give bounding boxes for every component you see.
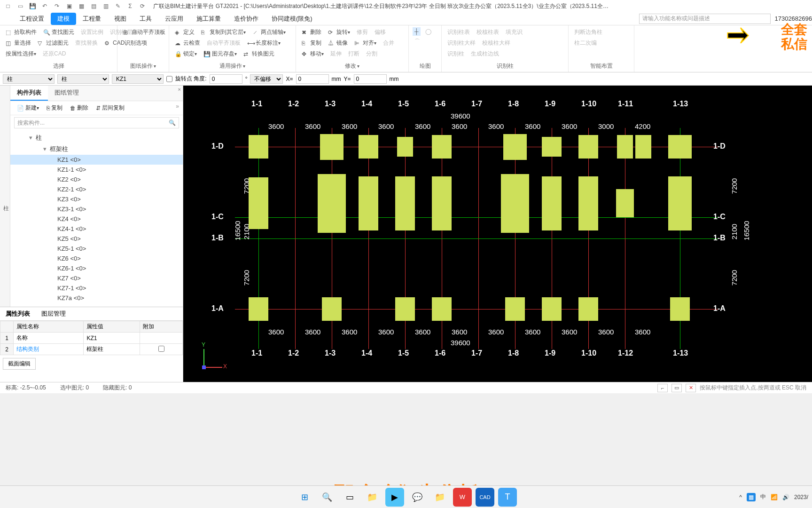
undo-icon[interactable]: ↶ (40, 2, 49, 10)
floor-copy-button[interactable]: ⇵层间复制 (93, 103, 127, 113)
column-element[interactable] (249, 177, 268, 229)
redo-icon[interactable]: ↷ (53, 2, 61, 10)
tree-item[interactable]: KZ7 <0> (10, 273, 183, 283)
column-element[interactable] (635, 135, 651, 159)
function-search-input[interactable]: 请输入功能名称或问题描述 (639, 14, 771, 24)
save-icon[interactable]: 💾 (28, 2, 37, 10)
column-element[interactable] (542, 297, 562, 321)
rotate[interactable]: ⟳旋转 (326, 27, 352, 37)
column-element[interactable] (578, 297, 598, 321)
select-by-property[interactable]: 按属性选择 (4, 49, 38, 59)
tree-item[interactable]: KZ1 <0> (10, 155, 183, 165)
column-element[interactable] (616, 189, 634, 217)
mirror[interactable]: ⏃镜像 (326, 38, 350, 48)
align[interactable]: ⊫对齐 (352, 38, 378, 48)
copy-to-layer[interactable]: ⎘复制到其它层 (199, 27, 248, 37)
tree-item[interactable]: KZ1-1 <0> (10, 165, 183, 175)
tree-root[interactable]: ▾柱 (10, 132, 183, 143)
length-dim[interactable]: ⟷长度标注 (245, 38, 282, 48)
column-element[interactable] (397, 137, 413, 157)
layout2-icon[interactable]: ▦ (77, 2, 86, 10)
column-element[interactable] (668, 135, 692, 159)
tree-item[interactable]: KZ3-1 <0> (10, 204, 183, 214)
menu-view[interactable]: 视图 (108, 13, 133, 25)
component-search-input[interactable]: 搜索构件... 🔍 (14, 117, 179, 128)
column-element[interactable] (670, 297, 690, 321)
view-close-button[interactable]: ✕ (686, 384, 696, 392)
tree-item[interactable]: KZ2-1 <0> (10, 184, 183, 194)
column-element[interactable] (432, 135, 452, 159)
rotation-checkbox[interactable] (166, 74, 172, 84)
column-element[interactable] (249, 297, 268, 321)
column-element[interactable] (395, 297, 415, 321)
column-element[interactable] (503, 134, 527, 160)
tree-item[interactable]: KZ4-1 <0> (10, 224, 183, 234)
batch-select[interactable]: ◫量选择 (4, 38, 33, 48)
two-point-axis[interactable]: ⟋两点辅轴 (250, 27, 288, 37)
draw-point[interactable]: ┼ (413, 27, 421, 36)
rotation-input[interactable] (210, 74, 242, 84)
menu-quantity[interactable]: 工程量 (76, 13, 108, 25)
tray-volume-icon[interactable]: 🔊 (782, 494, 789, 500)
tab-drawing-mgmt[interactable]: 图纸管理 (48, 86, 86, 101)
tree-item[interactable]: KZ6 <0> (10, 254, 183, 263)
app3-button[interactable]: T (498, 488, 517, 507)
subcategory-select[interactable]: 柱 (57, 74, 109, 84)
offset-select[interactable]: 不偏移 (250, 74, 283, 84)
property-row[interactable]: 1 名称 KZ1 (0, 333, 183, 344)
column-element[interactable] (359, 176, 378, 230)
column-element[interactable] (542, 176, 562, 230)
property-row[interactable]: 2 结构类别 框架柱 (0, 344, 183, 355)
tab-properties[interactable]: 属性列表 (0, 307, 36, 320)
column-element[interactable] (668, 176, 692, 230)
define[interactable]: ◈定义 (173, 27, 196, 37)
search-button[interactable]: 🔍 (318, 488, 336, 507)
menu-collab[interactable]: 协同建模(限免) (265, 13, 319, 25)
tree-item[interactable]: KZ2 <0> (10, 175, 183, 184)
column-element[interactable] (505, 297, 525, 321)
column-element[interactable] (501, 174, 529, 233)
drawing-canvas[interactable]: YX 1-11-11-21-21-31-31-41-41-51-51-61-61… (183, 86, 812, 382)
common-ops-label[interactable]: 通用操作 (173, 62, 292, 70)
tab-component-list[interactable]: 构件列表 (10, 86, 48, 101)
modify-label[interactable]: 修改 (300, 62, 405, 70)
column-element[interactable] (322, 297, 342, 321)
refresh-icon[interactable]: ⟳ (138, 2, 147, 10)
tree-item[interactable]: KZ3 <0> (10, 194, 183, 204)
delete-button[interactable]: 🗑删除 (67, 103, 91, 113)
category-select[interactable]: 柱 (3, 74, 55, 84)
sum-icon[interactable]: Σ (126, 2, 134, 10)
column-element[interactable] (578, 135, 598, 159)
copy[interactable]: ⎘复制 (300, 38, 323, 48)
column-element[interactable] (432, 176, 452, 230)
component-select[interactable]: KZ1 (112, 74, 164, 84)
prop-close-icon[interactable]: × (178, 87, 181, 92)
drawing-ops-label[interactable]: 图纸操作 (121, 62, 165, 70)
tree-item[interactable]: KZ6-1 <0> (10, 263, 183, 273)
filter-element[interactable]: ▽过滤图元 (36, 38, 70, 48)
pick-component[interactable]: ⬚拾取构件 (4, 27, 39, 37)
layout4-icon[interactable]: ▥ (102, 2, 110, 10)
menu-construction[interactable]: 施工算量 (190, 13, 227, 25)
new-icon[interactable]: □ (4, 2, 12, 10)
tree-item[interactable]: KZ5 <0> (10, 234, 183, 244)
column-element[interactable] (318, 174, 346, 233)
layout1-icon[interactable]: ▣ (65, 2, 73, 10)
taskview-button[interactable]: ▭ (340, 488, 359, 507)
tray-app-icon[interactable]: ▦ (747, 493, 756, 501)
column-element[interactable] (617, 135, 633, 159)
column-element[interactable] (395, 176, 415, 230)
column-element[interactable] (359, 135, 378, 159)
addon-checkbox[interactable] (158, 346, 164, 352)
cloud-check[interactable]: ☁云检查 (173, 38, 202, 48)
menu-project-settings[interactable]: 工程设置 (13, 13, 51, 25)
tray-up-icon[interactable]: ^ (739, 494, 742, 500)
wps-button[interactable]: W (453, 488, 472, 507)
tray-wifi-icon[interactable]: 📶 (771, 494, 778, 500)
menu-cloud[interactable]: 云应用 (158, 13, 190, 25)
edit-icon[interactable]: ✎ (114, 2, 122, 10)
app1-button[interactable]: ▶ (385, 488, 404, 507)
menu-modeling[interactable]: 建模 (51, 13, 76, 25)
new-button[interactable]: 📄新建 (14, 103, 42, 113)
lock[interactable]: 🔒锁定 (173, 49, 199, 59)
